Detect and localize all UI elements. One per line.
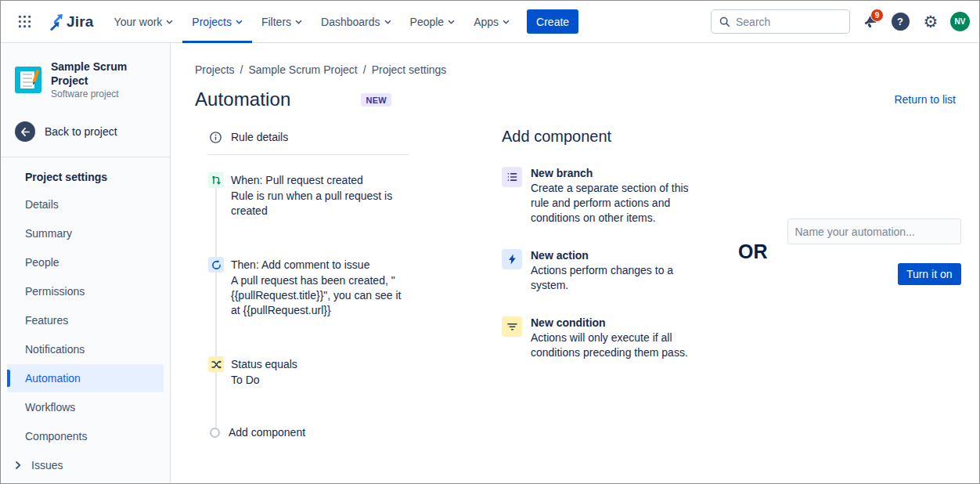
- primary-nav: Your work Projects Filters Dashboards Pe…: [105, 1, 519, 43]
- option-new-branch[interactable]: New branch Create a separate section of …: [502, 167, 691, 226]
- sidebar-item-people[interactable]: People: [7, 248, 164, 276]
- question-mark-icon: ?: [892, 13, 910, 31]
- turn-it-on-button[interactable]: Turn it on: [898, 263, 961, 285]
- sidebar-divider: [1, 157, 170, 157]
- search-input[interactable]: [736, 16, 830, 28]
- project-sidebar: Sample Scrum Project Software project Ba…: [1, 43, 171, 483]
- option-title: New branch: [531, 167, 691, 179]
- sidebar-item-features[interactable]: Features: [7, 306, 164, 334]
- option-description: Actions will only execute if all conditi…: [531, 330, 691, 360]
- nav-item-filters[interactable]: Filters: [252, 1, 312, 43]
- step-description: A pull request has been created, "{{pull…: [231, 273, 408, 318]
- gear-icon: ⚙: [924, 13, 939, 30]
- global-search[interactable]: [711, 9, 850, 34]
- step-description: To Do: [231, 373, 297, 388]
- step-title: Status equals: [231, 356, 297, 372]
- automation-name-input[interactable]: [787, 219, 961, 244]
- step-title: Then: Add comment to issue: [231, 257, 408, 273]
- search-icon: [719, 16, 730, 27]
- grid-icon: [18, 15, 31, 28]
- info-icon: [210, 132, 222, 143]
- nav-item-your-work[interactable]: Your work: [105, 1, 183, 43]
- chevron-down-icon: [384, 20, 391, 24]
- pull-request-icon: [208, 172, 224, 188]
- rule-details-header[interactable]: Rule details: [208, 126, 409, 155]
- chevron-down-icon: [295, 20, 302, 24]
- empty-circle-icon: [210, 428, 220, 438]
- add-component-panel: Add component: [502, 128, 691, 360]
- rule-step-trigger[interactable]: When: Pull request created Rule is run w…: [208, 172, 409, 219]
- sidebar-heading-project-settings: Project settings: [7, 164, 164, 190]
- sidebar-item-issues[interactable]: Issues: [7, 451, 164, 479]
- breadcrumb-projects[interactable]: Projects: [195, 63, 235, 76]
- chevron-down-icon: [503, 20, 510, 24]
- nav-item-projects[interactable]: Projects: [182, 1, 252, 43]
- nav-item-people[interactable]: People: [401, 1, 465, 43]
- page-header: Automation NEW Return to list: [195, 88, 956, 110]
- project-header: Sample Scrum Project Software project: [1, 59, 170, 101]
- sidebar-item-permissions[interactable]: Permissions: [7, 277, 164, 305]
- nav-item-apps[interactable]: Apps: [464, 1, 519, 43]
- arrow-left-icon: [15, 121, 35, 142]
- jira-logo[interactable]: Jira: [45, 13, 94, 31]
- breadcrumb-separator: /: [240, 63, 243, 76]
- jira-logo-icon: [45, 13, 63, 31]
- top-navigation-bar: Jira Your work Projects Filters Dashboar…: [1, 1, 979, 43]
- step-description: Rule is run when a pull request is creat…: [231, 189, 408, 219]
- page-title: Automation: [195, 88, 290, 110]
- user-avatar[interactable]: NV: [950, 12, 970, 31]
- chevron-down-icon: [166, 20, 173, 24]
- lightning-bolt-icon: [502, 249, 522, 269]
- branch-list-icon: [502, 167, 522, 187]
- breadcrumb-project-name[interactable]: Sample Scrum Project: [248, 63, 357, 76]
- project-name: Sample Scrum Project: [51, 60, 157, 88]
- settings-button[interactable]: ⚙: [920, 11, 942, 33]
- refresh-icon: [208, 257, 224, 273]
- sidebar-item-notifications[interactable]: Notifications: [7, 335, 164, 363]
- sidebar-item-summary[interactable]: Summary: [7, 219, 164, 247]
- chevron-down-icon: [448, 20, 455, 24]
- rule-timeline: When: Pull request created Rule is run w…: [208, 155, 409, 439]
- sidebar-item-components[interactable]: Components: [7, 422, 164, 450]
- shuffle-icon: [208, 356, 224, 372]
- app-window: Jira Your work Projects Filters Dashboar…: [0, 0, 980, 484]
- rule-step-action[interactable]: Then: Add comment to issue A pull reques…: [208, 257, 409, 318]
- help-button[interactable]: ?: [889, 11, 911, 33]
- filter-icon: [502, 316, 522, 337]
- back-to-project-link[interactable]: Back to project: [1, 121, 170, 142]
- breadcrumb-separator: /: [363, 63, 366, 76]
- return-to-list-link[interactable]: Return to list: [894, 93, 956, 106]
- option-new-condition[interactable]: New condition Actions will only execute …: [502, 316, 691, 360]
- settings-nav: Project settings Details Summary People …: [1, 164, 170, 483]
- chevron-right-icon: [12, 461, 24, 469]
- rule-details-panel: Rule details: [208, 126, 409, 439]
- add-component-heading: Add component: [502, 128, 691, 146]
- topnav-right-group: 9 ? ⚙ NV: [711, 9, 970, 34]
- option-description: Create a separate section of this rule a…: [531, 181, 691, 226]
- sidebar-item-workflows[interactable]: Workflows: [7, 393, 164, 421]
- notification-count-badge: 9: [870, 9, 884, 22]
- option-new-action[interactable]: New action Actions perform changes to a …: [502, 249, 691, 293]
- option-title: New action: [531, 249, 691, 262]
- sidebar-item-apps[interactable]: Apps: [7, 480, 164, 483]
- rule-step-condition[interactable]: Status equals To Do: [208, 356, 409, 388]
- or-separator: OR: [738, 240, 768, 263]
- main-content: Projects / Sample Scrum Project / Projec…: [171, 43, 979, 483]
- step-title: When: Pull request created: [231, 172, 408, 188]
- activation-panel: Turn it on: [787, 219, 961, 285]
- notifications-button[interactable]: 9: [859, 11, 881, 33]
- new-badge: NEW: [361, 93, 391, 107]
- nav-item-dashboards[interactable]: Dashboards: [312, 1, 401, 43]
- app-switcher-icon[interactable]: [12, 9, 37, 34]
- project-type: Software project: [51, 88, 157, 99]
- sidebar-item-automation[interactable]: Automation: [7, 364, 164, 392]
- breadcrumb-project-settings[interactable]: Project settings: [372, 63, 447, 76]
- add-component-step[interactable]: Add component: [208, 426, 409, 439]
- create-button[interactable]: Create: [527, 9, 578, 34]
- breadcrumb: Projects / Sample Scrum Project / Projec…: [195, 63, 956, 76]
- option-title: New condition: [531, 316, 691, 329]
- sidebar-item-details[interactable]: Details: [7, 190, 164, 219]
- jira-logo-text: Jira: [67, 13, 94, 31]
- option-description: Actions perform changes to a system.: [531, 263, 691, 293]
- project-avatar-icon: [15, 67, 41, 93]
